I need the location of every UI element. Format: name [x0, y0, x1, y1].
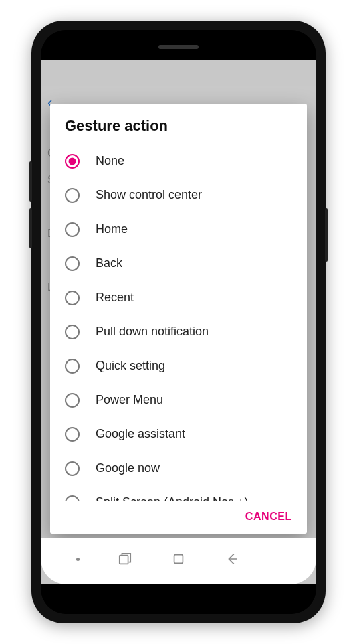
option-row[interactable]: Power Menu: [65, 383, 303, 417]
option-label: Quick setting: [96, 358, 165, 374]
svg-rect-1: [174, 555, 183, 564]
radio-icon[interactable]: [65, 427, 80, 442]
dialog-actions: CANCEL: [50, 501, 307, 534]
radio-icon[interactable]: [65, 325, 80, 339]
recents-icon[interactable]: [118, 552, 132, 566]
bottom-bezel: [41, 584, 316, 614]
option-label: Google now: [96, 461, 160, 476]
radio-icon[interactable]: [65, 256, 80, 271]
home-icon[interactable]: [171, 552, 186, 566]
phone-frame: ‹ CSDL Gesture action NoneShow control c…: [31, 21, 326, 623]
gesture-action-dialog: Gesture action NoneShow control centerHo…: [50, 104, 307, 534]
radio-icon[interactable]: [65, 291, 80, 305]
option-row[interactable]: Quick setting: [65, 349, 303, 383]
radio-icon[interactable]: [65, 222, 80, 237]
cancel-button[interactable]: CANCEL: [245, 511, 292, 523]
option-row[interactable]: Split Screen (Android Nos +): [65, 485, 303, 501]
option-label: Home: [96, 222, 128, 237]
volume-down-button: [29, 208, 32, 248]
power-button: [325, 208, 328, 262]
option-row[interactable]: Recent: [65, 280, 303, 315]
option-label: Pull down notification: [96, 324, 209, 339]
option-row[interactable]: Show control center: [65, 178, 303, 212]
option-label: Split Screen (Android Nos +): [96, 495, 249, 501]
radio-icon[interactable]: [65, 359, 80, 374]
option-row[interactable]: Google now: [65, 451, 303, 485]
radio-icon[interactable]: [65, 495, 80, 502]
option-row[interactable]: Pull down notification: [65, 315, 303, 349]
radio-icon[interactable]: [65, 154, 80, 169]
option-label: Back: [96, 256, 122, 271]
option-label: Recent: [96, 290, 134, 305]
option-label: Power Menu: [96, 392, 163, 408]
status-bar: [41, 60, 316, 86]
option-label: Google assistant: [96, 426, 185, 442]
dialog-title: Gesture action: [50, 104, 307, 144]
speaker-grille: [158, 45, 199, 49]
navigation-bar: [41, 538, 316, 584]
back-icon[interactable]: [225, 552, 239, 566]
option-row[interactable]: Home: [65, 212, 303, 246]
option-row[interactable]: Back: [65, 246, 303, 280]
option-row[interactable]: None: [65, 144, 303, 178]
phone-inner: ‹ CSDL Gesture action NoneShow control c…: [41, 30, 316, 614]
option-label: None: [96, 153, 124, 169]
option-label: Show control center: [96, 187, 202, 203]
radio-icon[interactable]: [65, 393, 80, 408]
nav-indicator-dot: [76, 558, 80, 561]
svg-rect-0: [120, 556, 128, 564]
volume-up-button: [29, 161, 32, 202]
option-row[interactable]: Google assistant: [65, 417, 303, 451]
radio-icon[interactable]: [65, 461, 80, 476]
radio-icon[interactable]: [65, 188, 80, 203]
screen: ‹ CSDL Gesture action NoneShow control c…: [41, 60, 316, 584]
options-list: NoneShow control centerHomeBackRecentPul…: [50, 144, 307, 501]
